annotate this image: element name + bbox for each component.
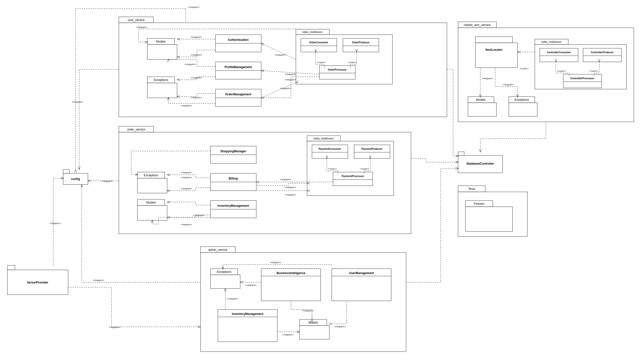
svg-text:<<use>>: <<use>>	[328, 168, 337, 170]
svg-rect-111	[466, 207, 512, 232]
svg-rect-100	[468, 103, 496, 116]
user-service-label: user_service	[128, 18, 144, 22]
svg-rect-78	[300, 326, 329, 339]
svg-rect-91	[540, 48, 578, 62]
admin-models-label: Models	[308, 321, 318, 324]
svg-rect-9	[147, 83, 177, 98]
user-exceptions: Exceptions	[147, 77, 177, 98]
payment-consumer-box: PaymentConsumer	[312, 145, 348, 158]
controller-consumer-label: ControllerConsumer	[547, 51, 571, 54]
svg-text:<<import>>: <<import>>	[482, 77, 493, 80]
payment-producer-label: PaymentProducer	[361, 148, 382, 150]
svg-rect-20	[343, 38, 379, 52]
svg-rect-106	[458, 152, 464, 156]
profile-management-box: ProfileManagement	[216, 62, 261, 79]
svg-rect-102	[509, 103, 537, 116]
controller-producer-box: ControllerProducer	[583, 48, 622, 62]
svg-text:<<import>>: <<import>>	[280, 87, 291, 90]
database-controller-box: DatabaseController	[458, 152, 502, 173]
svg-text:<<import>>: <<import>>	[285, 78, 296, 81]
business-intelligence-label: BusinessInteligence	[276, 271, 305, 275]
item-locator-box: ItemLocator	[476, 37, 518, 68]
order-kafka-middleware: kafka_middleware PaymentConsumer Payment…	[307, 136, 394, 196]
svg-text:<<import>>: <<import>>	[181, 223, 192, 226]
svg-rect-0	[8, 266, 15, 270]
server-provider-package: ServerProvider	[8, 266, 68, 295]
svg-text:<<use>>: <<use>>	[360, 168, 369, 170]
robotic-arm-service-package: robotic_arm_service ItemLocator kafka_mi…	[458, 22, 634, 122]
svg-text:<<import>>: <<import>>	[181, 176, 192, 179]
order-processor-box: OrderProcessor	[320, 66, 355, 79]
svg-text:<<import>>: <<import>>	[181, 104, 192, 107]
svg-rect-40	[138, 178, 167, 193]
order-processor-label: OrderProcessor	[328, 68, 347, 71]
tests-label: Tests	[468, 187, 475, 191]
svg-text:<<import>>: <<import>>	[136, 26, 148, 28]
svg-text:<<import>>: <<import>>	[334, 325, 346, 328]
robotic-models-label: Models	[476, 98, 486, 102]
billing-box: Billing	[210, 173, 256, 191]
svg-text:<<use>>: <<use>>	[557, 70, 566, 72]
payment-producer-box: PaymentProducer	[354, 145, 390, 158]
svg-rect-18	[301, 38, 337, 52]
svg-text:<<use>>: <<use>>	[317, 61, 326, 64]
svg-rect-2	[63, 170, 69, 173]
svg-text:<<use>>: <<use>>	[520, 67, 529, 70]
authentication-label: Authentication	[228, 38, 248, 42]
payment-consumer-label: PaymentConsumer	[318, 148, 341, 150]
svg-text:<<import>>: <<import>>	[227, 298, 238, 300]
svg-text:<<import>>: <<import>>	[109, 326, 120, 328]
admin-inventory-management-label: InventoryManagement	[232, 312, 263, 316]
inventory-management-box: InventoryManagement	[210, 200, 256, 218]
user-models: Models	[147, 38, 177, 60]
svg-text:<<import>>: <<import>>	[188, 6, 200, 8]
controller-producer-label: ControllerProducer	[591, 51, 614, 54]
user-exceptions-label: Exceptions	[154, 78, 168, 82]
order-models-label: Models	[146, 201, 156, 204]
server-provider-label: ServerProvider	[27, 281, 48, 284]
svg-rect-88	[476, 43, 518, 68]
admin-exceptions-label: Exceptions	[217, 270, 232, 274]
svg-rect-22	[320, 66, 355, 79]
order-service-label: order_service	[127, 128, 145, 131]
order-management-label: OrderManagement	[225, 92, 251, 96]
controller-processor-box: ControllerProcessor	[563, 74, 602, 88]
svg-rect-70	[210, 275, 240, 288]
database-controller-label: DatabaseController	[467, 162, 494, 166]
svg-rect-5	[119, 23, 447, 117]
svg-rect-95	[563, 74, 602, 88]
svg-text:<<import>>: <<import>>	[102, 180, 113, 182]
svg-text:<<import>>: <<import>>	[193, 214, 204, 217]
shopping-manager-box: ShoppingManager	[210, 146, 256, 164]
svg-text:<<import>>: <<import>>	[181, 171, 192, 174]
svg-text:<<use>>: <<use>>	[589, 70, 598, 72]
robotic-exceptions-label: Exceptions	[514, 98, 529, 102]
svg-text:<<import>>: <<import>>	[285, 73, 296, 76]
svg-text:<<import>>: <<import>>	[285, 194, 296, 196]
svg-text:<<use>>: <<use>>	[348, 61, 357, 64]
svg-text:<<import>>: <<import>>	[50, 222, 61, 224]
admin-service-package: admin_service Exceptions BusinessIntelig…	[200, 246, 406, 352]
svg-text:<<import>>: <<import>>	[191, 96, 202, 99]
billing-label: Billing	[229, 177, 238, 180]
order-kafka-label: kafka_middleware	[314, 137, 334, 140]
shopping-manager-label: ShoppingManager	[220, 150, 246, 153]
svg-rect-42	[138, 206, 167, 220]
user-management-label: UserManagement	[349, 271, 374, 275]
svg-text:<<import>>: <<import>>	[302, 310, 314, 312]
order-management-box: OrderManagement	[216, 89, 261, 106]
admin-service-label: admin_service	[208, 248, 228, 252]
tests-package: Tests Fixtures	[458, 186, 528, 236]
controller-consumer-box: ControllerConsumer	[540, 48, 578, 62]
config-label: config	[71, 177, 80, 181]
svg-text:<<import>>: <<import>>	[285, 186, 296, 189]
admin-inventory-management-box: InventoryManagement	[218, 310, 277, 342]
user-service-package: user_service Models Exceptions Authentic…	[119, 17, 447, 117]
order-consumer-box: OrderConsumer	[301, 38, 337, 52]
config-package: config	[63, 170, 88, 184]
user-kafka-middleware: kafka_middleware OrderConsumer OrderProd…	[296, 29, 392, 84]
order-consumer-label: OrderConsumer	[309, 41, 328, 44]
svg-rect-51	[312, 145, 348, 158]
svg-text:<<import>>: <<import>>	[191, 76, 202, 79]
robotic-kafka-label: kafka_middleware	[542, 40, 562, 43]
